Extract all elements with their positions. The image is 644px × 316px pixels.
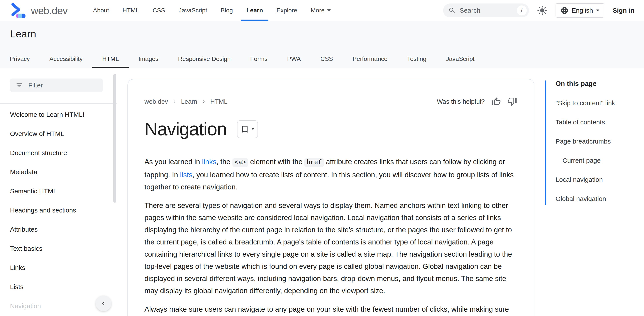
- nav-item-css[interactable]: CSS: [146, 0, 172, 21]
- header-actions: / English Sign: [443, 3, 634, 18]
- chevron-down-icon: [596, 9, 599, 11]
- search-input[interactable]: [459, 6, 513, 14]
- course-sidebar: Welcome to Learn HTML! Overview of HTML …: [0, 68, 117, 316]
- page-title: Learn: [10, 28, 36, 40]
- nav-item-javascript[interactable]: JavaScript: [172, 0, 214, 21]
- sidebar-item-overview[interactable]: Overview of HTML: [10, 130, 102, 137]
- sidebar-item-document-structure[interactable]: Document structure: [10, 150, 102, 156]
- breadcrumb-html[interactable]: HTML: [210, 98, 228, 105]
- article-title-row: Navigation: [144, 119, 517, 140]
- theme-toggle-button[interactable]: [537, 5, 547, 15]
- top-header: web.dev About HTML CSS JavaScript Blog L…: [0, 0, 644, 21]
- nav-item-html[interactable]: HTML: [116, 0, 146, 21]
- inline-code: <a>: [232, 158, 248, 167]
- tab-css[interactable]: CSS: [311, 50, 343, 68]
- article-paragraph: As you learned in links, the <a> element…: [144, 156, 515, 193]
- bookmark-button[interactable]: [237, 120, 258, 138]
- article-body: As you learned in links, the <a> element…: [144, 156, 515, 316]
- toc-accent-bar: [545, 80, 546, 205]
- chevron-left-icon: [100, 300, 107, 307]
- article-paragraph: There are several types of navigation an…: [144, 199, 515, 297]
- course-tabs: Privacy Accessibility HTML Images Respon…: [0, 50, 484, 68]
- article-card: web.dev Learn HTML Was this helpful?: [128, 79, 534, 316]
- toc-item-global-navigation[interactable]: Global navigation: [556, 195, 639, 202]
- tab-performance[interactable]: Performance: [343, 50, 397, 68]
- inline-text: element with the: [248, 158, 304, 166]
- article-paragraph: Always make sure users can navigate to a…: [144, 303, 515, 316]
- tab-privacy[interactable]: Privacy: [0, 50, 40, 68]
- breadcrumb: web.dev Learn HTML: [144, 98, 228, 105]
- sun-icon: [537, 5, 547, 15]
- inline-text: , you learned how to create lists of con…: [144, 171, 514, 191]
- helpful-label: Was this helpful?: [437, 98, 485, 105]
- sidebar-filter[interactable]: [10, 79, 103, 92]
- inline-link[interactable]: links: [202, 158, 216, 166]
- search-shortcut-badge: /: [517, 5, 527, 15]
- filter-icon: [16, 82, 23, 89]
- toc-item-table-of-contents[interactable]: Table of contents: [556, 119, 639, 126]
- tab-accessibility[interactable]: Accessibility: [40, 50, 92, 68]
- sign-in-button[interactable]: Sign in: [613, 7, 634, 14]
- search-box[interactable]: /: [443, 3, 529, 17]
- inline-text: As you learned in: [144, 158, 202, 166]
- language-label: English: [572, 7, 593, 14]
- on-this-page: On this page "Skip to content" link Tabl…: [545, 80, 639, 214]
- search-icon: [448, 7, 456, 14]
- chevron-right-icon: [201, 99, 206, 104]
- thumb-down-icon: [508, 97, 517, 106]
- nav-item-about[interactable]: About: [86, 0, 116, 21]
- thumb-down-button[interactable]: [508, 97, 517, 106]
- webdev-logo-icon: [10, 2, 26, 19]
- tab-images[interactable]: Images: [129, 50, 168, 68]
- toc-item-skip-to-content[interactable]: "Skip to content" link: [556, 100, 639, 107]
- language-selector[interactable]: English: [556, 3, 604, 18]
- sidebar-item-lists[interactable]: Lists: [10, 283, 102, 290]
- toc-item-local-navigation[interactable]: Local navigation: [556, 176, 639, 183]
- sidebar-collapse-button[interactable]: [96, 296, 111, 311]
- thumb-up-button[interactable]: [491, 97, 501, 106]
- nav-item-blog[interactable]: Blog: [214, 0, 240, 21]
- sidebar-item-welcome[interactable]: Welcome to Learn HTML!: [10, 111, 102, 118]
- toc-item-page-breadcrumbs[interactable]: Page breadcrumbs: [556, 138, 639, 145]
- feedback-widget: Was this helpful?: [437, 97, 517, 106]
- toc-item-current-page[interactable]: Current page: [556, 157, 639, 164]
- chevron-down-icon: [327, 9, 331, 11]
- tab-responsive-design[interactable]: Responsive Design: [168, 50, 240, 68]
- sidebar-divider: [0, 103, 117, 104]
- article-card-top: web.dev Learn HTML Was this helpful?: [144, 97, 517, 106]
- sidebar-scrollbar-thumb[interactable]: [113, 74, 116, 203]
- chevron-right-icon: [172, 99, 177, 104]
- article-title: Navigation: [144, 119, 226, 140]
- sidebar-item-headings-sections[interactable]: Headings and sections: [10, 207, 102, 214]
- inline-code: href: [304, 158, 324, 167]
- webdev-logo[interactable]: web.dev: [10, 2, 68, 19]
- sidebar-item-text-basics[interactable]: Text basics: [10, 245, 102, 252]
- globe-icon: [560, 6, 568, 14]
- sidebar-item-metadata[interactable]: Metadata: [10, 168, 102, 175]
- chevron-down-icon: [252, 128, 254, 130]
- nav-item-more[interactable]: More: [304, 0, 338, 21]
- filter-input[interactable]: [28, 81, 97, 89]
- learn-hero: Learn Privacy Accessibility HTML Images …: [0, 21, 644, 68]
- breadcrumb-learn[interactable]: Learn: [181, 98, 197, 105]
- brand-name: web.dev: [31, 4, 68, 16]
- bookmark-icon: [240, 125, 250, 134]
- sidebar-course-list: Welcome to Learn HTML! Overview of HTML …: [10, 111, 102, 316]
- tab-forms[interactable]: Forms: [240, 50, 277, 68]
- tab-javascript[interactable]: JavaScript: [436, 50, 484, 68]
- sidebar-item-navigation[interactable]: Navigation: [10, 303, 102, 310]
- sidebar-item-links[interactable]: Links: [10, 264, 102, 271]
- toc-title: On this page: [556, 80, 639, 87]
- primary-nav: About HTML CSS JavaScript Blog Learn Exp…: [86, 0, 338, 21]
- inline-link[interactable]: lists: [180, 171, 192, 179]
- inline-text: , the: [216, 158, 232, 166]
- tab-html[interactable]: HTML: [92, 50, 128, 68]
- sidebar-item-semantic-html[interactable]: Semantic HTML: [10, 188, 102, 195]
- tab-pwa[interactable]: PWA: [277, 50, 311, 68]
- sidebar-item-attributes[interactable]: Attributes: [10, 226, 102, 233]
- active-nav-underline: [241, 19, 268, 21]
- breadcrumb-webdev[interactable]: web.dev: [144, 98, 168, 105]
- nav-item-learn[interactable]: Learn: [240, 0, 270, 21]
- nav-item-explore[interactable]: Explore: [270, 0, 304, 21]
- tab-testing[interactable]: Testing: [398, 50, 436, 68]
